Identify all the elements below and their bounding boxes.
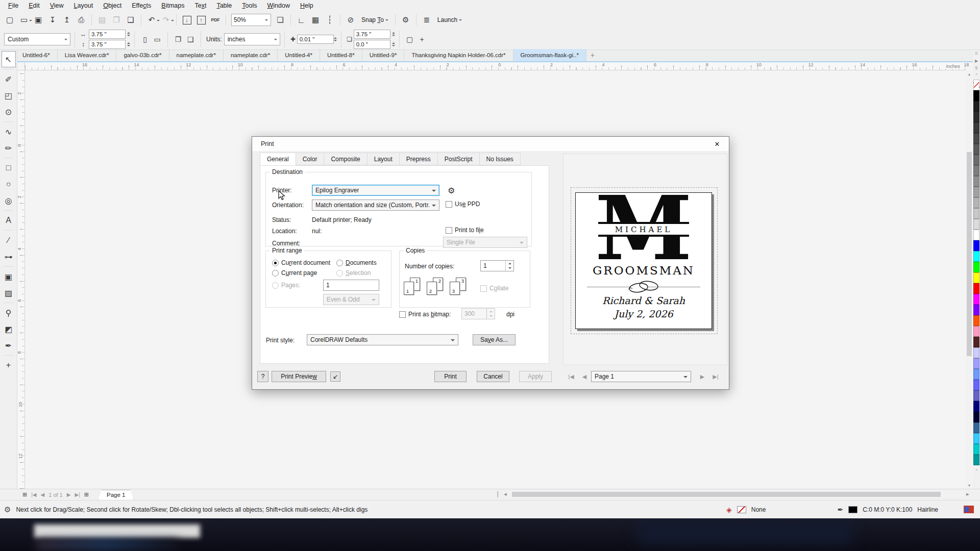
export-cloud-icon[interactable]: ↥: [60, 13, 74, 27]
color-swatch-3a3a3a[interactable]: [973, 122, 979, 133]
tab-general[interactable]: General: [260, 153, 296, 165]
menu-item-effects[interactable]: Effects: [127, 0, 156, 11]
text-tool[interactable]: A: [0, 212, 17, 229]
color-swatch-7f00ff[interactable]: [973, 305, 979, 315]
menu-item-edit[interactable]: Edit: [23, 0, 45, 11]
color-swatch-6363c8[interactable]: [973, 390, 979, 401]
use-ppd-checkbox[interactable]: [446, 201, 452, 208]
current-document-radio[interactable]: [272, 260, 279, 266]
color-swatch-5a5a5a[interactable]: [973, 144, 979, 155]
color-swatch-dcdcdc[interactable]: [973, 219, 979, 230]
color-swatch-b4b4b4[interactable]: [973, 197, 979, 208]
print-button[interactable]: Print: [434, 371, 467, 382]
pick-tool[interactable]: ↖: [2, 51, 16, 67]
print-style-combo[interactable]: CorelDRAW Defaults: [307, 334, 458, 345]
color-swatch-ff00ff[interactable]: [973, 294, 979, 305]
menu-item-file[interactable]: File: [3, 0, 23, 11]
vertical-ruler[interactable]: 2024681012: [17, 70, 25, 489]
preview-last-page-icon[interactable]: ▶|: [709, 371, 722, 382]
current-page-button[interactable]: ❑: [184, 33, 197, 45]
current-page-radio[interactable]: [272, 270, 279, 277]
document-tab-untitled-6[interactable]: Untitled-6*: [15, 49, 58, 61]
printer-preferences-gear-icon[interactable]: ⚙: [448, 186, 455, 195]
grid-icon[interactable]: ▦: [309, 13, 322, 27]
help-button[interactable]: ?: [257, 371, 268, 382]
color-swatch-33ccff[interactable]: [973, 433, 979, 444]
close-icon[interactable]: ✕: [710, 138, 724, 149]
menu-item-help[interactable]: Help: [295, 0, 318, 11]
color-swatch-4a4a4a[interactable]: [973, 133, 979, 144]
dimension-tool[interactable]: ∕: [0, 232, 17, 248]
copies-spinner[interactable]: 1: [480, 260, 514, 271]
document-tab-untitled-9[interactable]: Untitled-9*: [362, 49, 405, 61]
rulers-icon[interactable]: ∟: [295, 13, 308, 27]
scroll-down-icon[interactable]: ▼: [966, 482, 973, 489]
color-swatch-6666ff[interactable]: [973, 380, 979, 390]
preview-page-combo[interactable]: Page 1: [591, 371, 691, 382]
freehand-tool[interactable]: ∿: [0, 123, 17, 140]
tab-postscript[interactable]: PostScript: [438, 153, 480, 165]
color-swatch-2b2b2b[interactable]: [973, 112, 979, 122]
color-swatch-0000ff[interactable]: [973, 240, 979, 251]
color-swatch-000033[interactable]: [973, 412, 979, 422]
document-tab-untitled-4[interactable]: Untitled-4*: [278, 49, 320, 61]
menu-item-object[interactable]: Object: [98, 0, 127, 11]
tab-prepress[interactable]: Prepress: [400, 153, 438, 165]
rectangle-tool[interactable]: □: [0, 160, 17, 176]
color-swatch-009999[interactable]: [973, 455, 979, 465]
color-swatch-8f8f8f[interactable]: [973, 176, 979, 187]
palette-expand-icon[interactable]: ▶: [975, 57, 978, 64]
horizontal-ruler[interactable]: 161412108642024681012141618 inches: [25, 62, 966, 70]
nudge-stepper[interactable]: [334, 36, 337, 43]
tab-no-issues[interactable]: No Issues: [480, 153, 521, 165]
tab-layout[interactable]: Layout: [368, 153, 400, 165]
menu-item-text[interactable]: Text: [189, 0, 211, 11]
document-tab-galvo-03b-cdr[interactable]: galvo-03b.cdr*: [116, 49, 169, 61]
artistic-media-tool[interactable]: ✏: [0, 140, 17, 156]
portrait-button[interactable]: ▯: [139, 33, 151, 45]
tab-composite[interactable]: Composite: [324, 153, 367, 165]
print-as-bitmap-row[interactable]: Print as bitmap:: [399, 311, 451, 318]
color-swatch-336699[interactable]: [973, 422, 979, 433]
page-height-field[interactable]: 3.75 ": [89, 40, 126, 49]
polygon-tool[interactable]: ◎: [0, 192, 17, 209]
eyedropper-tool[interactable]: ⚲: [0, 305, 17, 321]
menu-item-table[interactable]: Table: [211, 0, 237, 11]
options-gear-icon[interactable]: ⚙: [399, 13, 412, 27]
crop-tool[interactable]: ◰: [0, 87, 17, 104]
snap-to-dropdown[interactable]: Snap To: [358, 14, 391, 26]
document-tab-groomsman-flask-gi[interactable]: Groomsman-flask-gi..*: [513, 49, 586, 61]
color-swatch-00cccc[interactable]: [973, 444, 979, 455]
fullscreen-icon[interactable]: ❏: [274, 13, 287, 27]
preview-first-page-icon[interactable]: |◀: [565, 371, 577, 382]
document-tab-lisa-weaver-cdr[interactable]: Lisa Weaver.cdr*: [58, 49, 117, 61]
color-swatch-none[interactable]: [973, 80, 979, 90]
treat-as-filled-button[interactable]: ▢: [404, 33, 416, 45]
windows-taskbar[interactable]: [0, 518, 980, 551]
scroll-left-icon[interactable]: ◀: [502, 491, 509, 498]
duplicate-y-stepper[interactable]: [392, 41, 395, 48]
color-swatch-1f1f1f[interactable]: [973, 101, 979, 112]
hscroll-thumb[interactable]: [512, 492, 941, 497]
prev-page-icon[interactable]: ◀: [39, 492, 47, 497]
color-swatch-ff5500[interactable]: [973, 315, 979, 326]
next-page-icon[interactable]: ▶: [65, 492, 73, 497]
copies-stepper[interactable]: [505, 261, 513, 271]
color-swatch-00ff00[interactable]: [973, 262, 979, 272]
page-width-stepper[interactable]: [127, 31, 130, 38]
print-preview-button[interactable]: Print Preview: [272, 371, 326, 382]
connector-tool[interactable]: ⊶: [0, 248, 17, 265]
snap-disable-icon[interactable]: ⊘: [344, 13, 357, 27]
save-icon[interactable]: ▣: [32, 13, 45, 27]
duplicate-icon[interactable]: ❑: [124, 13, 137, 27]
more-tools[interactable]: +: [0, 357, 17, 373]
scroll-up-icon[interactable]: ▲: [966, 70, 973, 78]
outline-pen-tool[interactable]: ✒: [0, 337, 17, 354]
duplicate-x-field[interactable]: 3.75 ": [354, 30, 390, 39]
undo-icon[interactable]: ↶: [145, 13, 158, 27]
pdf-icon[interactable]: PDF: [209, 13, 222, 27]
vscroll-thumb[interactable]: [967, 152, 972, 356]
export-icon[interactable]: ↑: [194, 13, 208, 27]
first-page-icon[interactable]: |◀: [29, 492, 38, 497]
menu-item-window[interactable]: Window: [262, 0, 295, 11]
